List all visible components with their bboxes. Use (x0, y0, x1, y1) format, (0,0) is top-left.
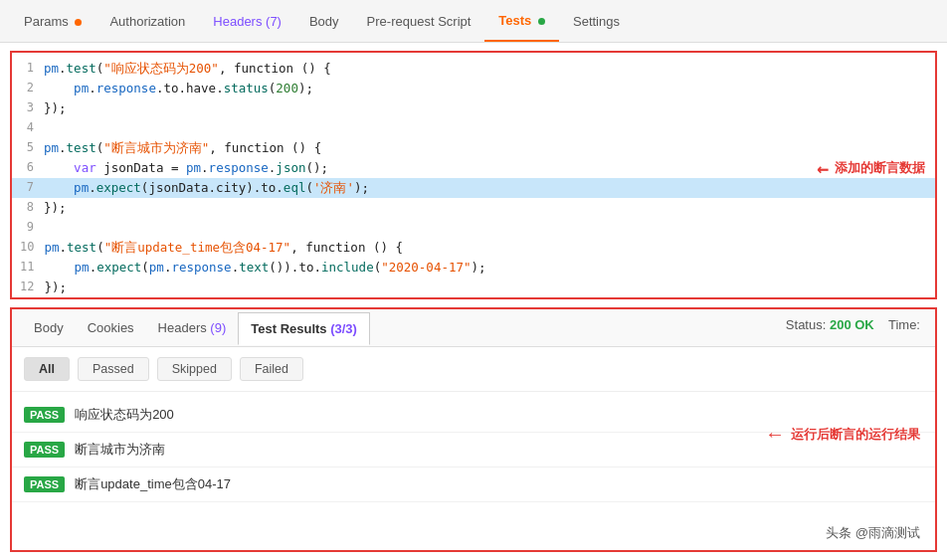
main-content: 1 pm.test("响应状态码为200", function () { 2 p… (0, 43, 947, 560)
result-item-3: PASS 断言update_time包含04-17 (12, 467, 935, 502)
bottom-tab-bar: Body Cookies Headers (9) Test Results (3… (12, 309, 935, 347)
bottom-arrow: ← (765, 423, 785, 446)
code-line-10: 10 pm.test("断言update_time包含04-17", funct… (12, 238, 935, 258)
filter-failed[interactable]: Failed (240, 357, 303, 381)
tests-dot (538, 18, 545, 25)
tab-bottom-body[interactable]: Body (22, 312, 76, 343)
watermark: 头条 @雨滴测试 (826, 524, 920, 542)
code-line-12: 12 }); (12, 278, 935, 297)
line-content-8: }); (44, 198, 927, 218)
code-annotation-area: ← 添加的断言数据 (817, 156, 925, 180)
line-num-2: 2 (20, 79, 44, 97)
result-text-1: 响应状态码为200 (75, 406, 174, 424)
time-label: Time: (888, 317, 920, 332)
tab-headers[interactable]: Headers (7) (199, 2, 295, 41)
code-line-8: 8 }); (12, 198, 935, 218)
line-content-6: var jsonData = pm.response.json(); (44, 158, 927, 178)
annotation-arrow: ← (817, 156, 829, 180)
status-value: 200 OK (830, 317, 874, 332)
result-text-2: 断言城市为济南 (75, 441, 165, 459)
code-line-1: 1 pm.test("响应状态码为200", function () { (12, 59, 935, 79)
code-line-6: 6 var jsonData = pm.response.json(); (12, 158, 935, 178)
status-bar: Status: 200 OK Time: (786, 317, 920, 332)
code-line-7: 7 pm.expect(jsonData.city).to.eql('济南'); (12, 178, 935, 198)
filter-passed[interactable]: Passed (78, 357, 149, 381)
code-editor[interactable]: 1 pm.test("响应状态码为200", function () { 2 p… (10, 51, 937, 299)
top-tab-bar: Params Authorization Headers (7) Body Pr… (0, 0, 947, 43)
tab-tests[interactable]: Tests (484, 1, 559, 42)
headers-badge: (9) (210, 320, 226, 335)
tab-authorization[interactable]: Authorization (95, 2, 199, 41)
code-line-11: 11 pm.expect(pm.response.text()).to.incl… (12, 258, 935, 278)
code-line-5: 5 pm.test("断言城市为济南", function () { (12, 138, 935, 158)
line-num-9: 9 (20, 218, 44, 237)
tab-tests-label: Tests (498, 13, 531, 28)
bottom-panel: Body Cookies Headers (9) Test Results (3… (10, 307, 937, 552)
line-content-7: pm.expect(jsonData.city).to.eql('济南'); (44, 178, 927, 198)
tab-prerequest[interactable]: Pre-request Script (353, 2, 485, 41)
line-num-10: 10 (20, 238, 44, 257)
tab-headers-label: Headers (7) (213, 14, 282, 29)
results-list: PASS 响应状态码为200 PASS 断言城市为济南 PASS 断言updat… (12, 392, 935, 550)
tab-body[interactable]: Body (295, 2, 353, 41)
pass-badge-2: PASS (24, 442, 65, 458)
tab-body-label: Body (309, 14, 339, 29)
tab-settings-label: Settings (573, 14, 620, 29)
line-content-11: pm.expect(pm.response.text()).to.include… (44, 258, 927, 278)
tab-settings[interactable]: Settings (559, 2, 634, 41)
result-text-3: 断言update_time包含04-17 (75, 475, 231, 493)
tab-prerequest-label: Pre-request Script (367, 14, 472, 29)
testresults-badge: (3/3) (330, 321, 357, 336)
pass-badge-3: PASS (24, 476, 65, 492)
tab-bottom-testresults[interactable]: Test Results (3/3) (238, 312, 370, 345)
line-content-5: pm.test("断言城市为济南", function () { (44, 138, 927, 158)
filter-skipped[interactable]: Skipped (157, 357, 232, 381)
code-line-9: 9 (12, 218, 935, 238)
params-dot (75, 19, 82, 26)
code-line-4: 4 (12, 118, 935, 138)
line-num-6: 6 (20, 158, 44, 177)
line-num-5: 5 (20, 138, 44, 157)
bottom-annotation-text: 运行后断言的运行结果 (791, 426, 920, 444)
tab-bottom-cookies[interactable]: Cookies (76, 312, 146, 343)
pass-badge-1: PASS (24, 407, 65, 423)
line-num-8: 8 (20, 198, 44, 217)
line-num-4: 4 (20, 118, 44, 137)
tab-params-label: Params (24, 14, 69, 29)
tab-bottom-headers[interactable]: Headers (9) (146, 312, 239, 343)
line-num-1: 1 (20, 59, 44, 78)
line-num-3: 3 (20, 98, 44, 117)
line-content-12: }); (44, 278, 927, 297)
line-content-10: pm.test("断言update_time包含04-17", function… (44, 238, 927, 258)
line-content-2: pm.response.to.have.status(200); (44, 79, 927, 98)
status-label: Status: (786, 317, 826, 332)
tab-params[interactable]: Params (10, 2, 95, 41)
line-content-3: }); (44, 98, 927, 118)
line-num-12: 12 (20, 278, 44, 296)
line-content-1: pm.test("响应状态码为200", function () { (44, 59, 927, 79)
tab-authorization-label: Authorization (109, 14, 185, 29)
line-num-7: 7 (20, 178, 44, 197)
line-num-11: 11 (20, 258, 44, 277)
filter-tabs: All Passed Skipped Failed (12, 347, 935, 392)
code-line-2: 2 pm.response.to.have.status(200); (12, 79, 935, 98)
line-content-9 (44, 218, 927, 238)
bottom-annotation: ← 运行后断言的运行结果 (765, 423, 920, 446)
line-content-4 (44, 118, 927, 138)
filter-all[interactable]: All (24, 357, 70, 381)
code-line-3: 3 }); (12, 98, 935, 118)
annotation-text: 添加的断言数据 (835, 159, 925, 177)
code-lines: 1 pm.test("响应状态码为200", function () { 2 p… (12, 53, 935, 299)
